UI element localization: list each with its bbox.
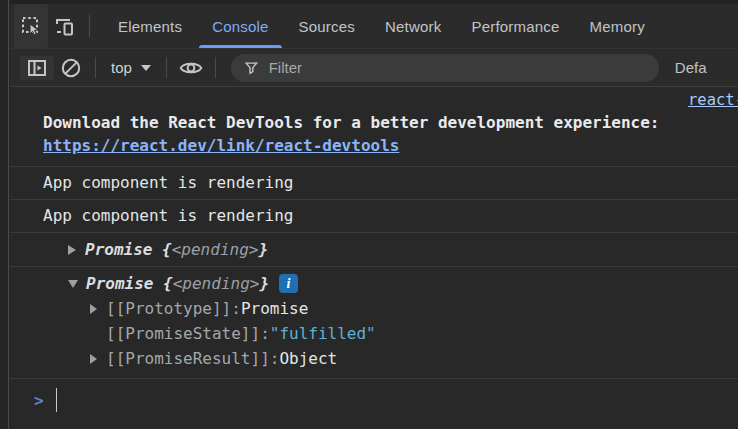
clear-console-icon <box>59 56 83 80</box>
tab-elements[interactable]: Elements <box>103 4 197 48</box>
text-cursor <box>56 388 58 412</box>
disclosure-triangle-right-icon[interactable] <box>90 304 97 314</box>
property-row-promiseresult: [[PromiseResult]]: Object <box>10 346 738 371</box>
create-live-expression-button[interactable] <box>174 55 208 81</box>
disclosure-triangle-down-icon[interactable] <box>68 280 78 288</box>
disclosure-triangle-right-icon[interactable] <box>90 354 97 364</box>
info-icon[interactable]: i <box>279 274 298 293</box>
context-label: top <box>111 59 132 76</box>
panel-tabs: Elements Console Sources Network Perform… <box>103 4 660 48</box>
dock-divider[interactable] <box>0 0 9 429</box>
log-levels-dropdown[interactable]: Defa <box>675 59 707 76</box>
toolbar-divider <box>95 57 96 78</box>
console-sidebar-icon <box>25 56 49 80</box>
toolbar-divider <box>215 57 216 78</box>
promise-expanded-header: Promise {<pending>} i <box>10 267 738 296</box>
console-promise-expanded: Promise {<pending>} i [[Prototype]]: Pro… <box>10 267 738 379</box>
tab-performance[interactable]: Performance <box>456 4 574 48</box>
clear-console-button[interactable] <box>54 56 88 80</box>
property-row-promisestate: [[PromiseState]]: "fulfilled" <box>10 321 738 346</box>
toggle-device-toolbar-button[interactable] <box>48 4 82 48</box>
console-log-row: App component is rendering <box>10 200 738 233</box>
prompt-chevron-icon: > <box>34 391 44 410</box>
disclosure-triangle-right-icon[interactable] <box>68 245 76 255</box>
promise-properties: [[Prototype]]: Promise [[PromiseState]]:… <box>10 296 738 379</box>
tab-memory[interactable]: Memory <box>575 4 660 48</box>
devtools-tabbar: Elements Console Sources Network Perform… <box>10 4 738 49</box>
inspect-element-button[interactable] <box>14 4 48 48</box>
javascript-context-selector[interactable]: top <box>103 59 159 76</box>
promise-preview: Promise {<pending>} <box>85 240 268 259</box>
chevron-down-icon <box>141 65 151 71</box>
devtools-window: Elements Console Sources Network Perform… <box>10 0 738 429</box>
tab-sources[interactable]: Sources <box>284 4 370 48</box>
device-toolbar-icon <box>53 14 77 38</box>
filter-funnel-icon <box>243 59 260 77</box>
console-message-devtools-notice: react- Download the React DevTools for a… <box>10 87 738 167</box>
live-expression-eye-icon <box>178 55 204 81</box>
notice-text: Download the React DevTools for a better… <box>43 111 738 134</box>
console-toolbar: top Defa <box>10 49 738 87</box>
show-console-sidebar-button[interactable] <box>20 56 54 80</box>
toolbar-divider <box>166 57 167 78</box>
tab-network[interactable]: Network <box>370 4 456 48</box>
toolbar-divider <box>89 15 90 37</box>
console-log-row: App component is rendering <box>10 167 738 200</box>
inspect-cursor-icon <box>19 14 43 38</box>
tab-console[interactable]: Console <box>197 4 283 48</box>
console-messages: react- Download the React DevTools for a… <box>10 87 738 429</box>
filter-input[interactable] <box>269 59 647 76</box>
console-prompt[interactable]: > <box>10 379 738 412</box>
property-row-prototype: [[Prototype]]: Promise <box>10 296 738 321</box>
react-devtools-link[interactable]: https://react.dev/link/react-devtools <box>43 134 738 157</box>
console-promise-collapsed: Promise {<pending>} <box>10 233 738 267</box>
console-filter-field[interactable] <box>231 54 659 82</box>
promise-preview: Promise {<pending>} <box>86 274 269 293</box>
message-source-link[interactable]: react- <box>688 91 738 109</box>
